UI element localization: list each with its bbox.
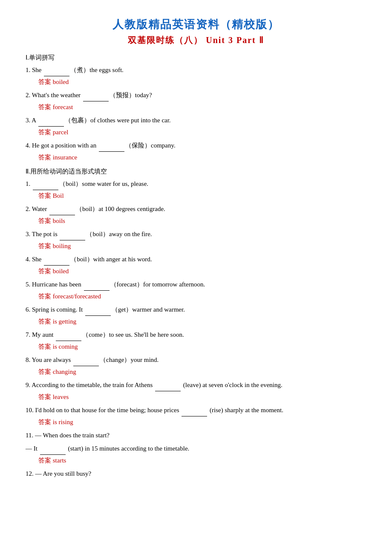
blank-s2q5 [84, 279, 110, 291]
section1: Ⅰ.单词拼写 1. She （煮）the eggs soft. 答案 boile… [26, 54, 366, 162]
blank-s1q4 [99, 140, 124, 152]
answer-s2q6: 答案 is getting [38, 318, 366, 326]
section2-q1: 1. （boil）some water for us, please. [26, 178, 366, 190]
section2-heading: Ⅱ.用所给动词的适当形式填空 [26, 168, 366, 176]
section2-q9: 9. According to the timetable, the train… [26, 379, 366, 391]
blank-s2q4 [44, 254, 69, 266]
main-title: 人教版精品英语资料（精校版） [26, 17, 366, 32]
blank-s2q9 [155, 379, 181, 391]
page-header: 人教版精品英语资料（精校版） 双基限时练（八） Unit 3 Part Ⅱ [26, 17, 366, 46]
answer-s2q9: 答案 leaves [38, 393, 366, 401]
answer-s2q1: 答案 Boil [38, 192, 366, 200]
answer-s2q2: 答案 boils [38, 217, 366, 225]
answer-s1q2: 答案 forecast [38, 103, 366, 111]
section2-q10: 10. I'd hold on to that house for the ti… [26, 405, 366, 416]
section1-q3: 3. A （包裹）of clothes were put into the ca… [26, 115, 366, 127]
section1-heading: Ⅰ.单词拼写 [26, 54, 366, 62]
blank-s2q8 [73, 354, 99, 366]
blank-s2q2 [49, 203, 75, 215]
section2-q2: 2. Water （boil）at 100 degrees centigrade… [26, 203, 366, 215]
section2-q8: 8. You are always （change）your mind. [26, 354, 366, 366]
blank-s2q10 [182, 405, 207, 416]
sub-title: 双基限时练（八） Unit 3 Part Ⅱ [26, 35, 366, 46]
blank-s2q1 [33, 178, 58, 190]
answer-s2q5: 答案 forecast/forecasted [38, 292, 366, 301]
blank-s1q2 [83, 90, 109, 101]
answer-s2q3: 答案 boiling [38, 242, 366, 250]
blank-s2q6 [85, 304, 111, 316]
section2: Ⅱ.用所给动词的适当形式填空 1. （boil）some water for u… [26, 168, 366, 480]
section2-q11a: 11. — When does the train start? [26, 430, 366, 441]
answer-s2q8: 答案 changing [38, 368, 366, 376]
blank-s1q3 [38, 115, 64, 127]
section2-q11b: — It (start) in 15 minutes according to … [26, 443, 366, 455]
blank-s2q7 [56, 329, 81, 341]
section2-q7: 7. My aunt （come）to see us. She'll be he… [26, 329, 366, 341]
section1-q2: 2. What's the weather （预报）today? [26, 90, 366, 101]
answer-s2q10: 答案 is rising [38, 418, 366, 426]
blank-s1q1 [44, 64, 69, 76]
answer-s1q3: 答案 parcel [38, 128, 366, 136]
section2-q3: 3. The pot is （boil）away on the fire. [26, 228, 366, 240]
section2-q6: 6. Spring is coming. It （get）warmer and … [26, 304, 366, 316]
section2-q12: 12. — Are you still busy? [26, 468, 366, 480]
answer-s2q11: 答案 starts [38, 457, 366, 465]
section2-q5: 5. Hurricane has been （forecast）for tomo… [26, 279, 366, 291]
section1-q4: 4. He got a position with an （保险）company… [26, 140, 366, 152]
answer-s1q4: 答案 insurance [38, 153, 366, 162]
blank-s2q11 [40, 443, 66, 455]
section1-q1: 1. She （煮）the eggs soft. [26, 64, 366, 76]
answer-s1q1: 答案 boiled [38, 78, 366, 86]
blank-s2q3 [60, 228, 85, 240]
answer-s2q4: 答案 boiled [38, 267, 366, 275]
section2-q4: 4. She （boil）with anger at his word. [26, 254, 366, 266]
answer-s2q7: 答案 is coming [38, 343, 366, 351]
